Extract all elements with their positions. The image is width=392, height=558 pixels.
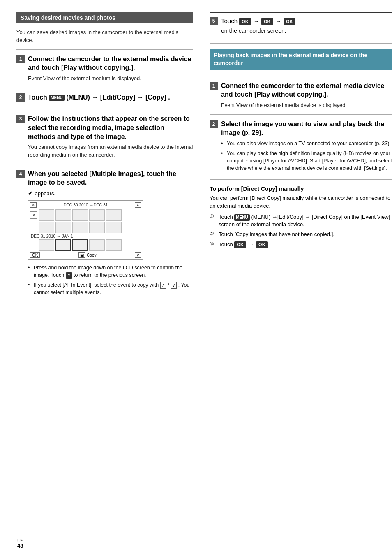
step-3-content: Follow the instructions that appear on t… [28,114,193,159]
x-badge: ✕ [66,272,72,279]
right-divider-3 [210,114,392,115]
substep-3-ok2: OK [256,241,268,248]
bullet-1: Press and hold the image down on the LCD… [28,264,193,279]
step-5-num: 5 [210,17,218,25]
grid-ok-btn[interactable]: OK [30,252,40,258]
bullet-2: If you select [All In Event], select the… [28,281,193,296]
substep-3: ③ Touch OK → OK . [210,241,392,249]
grid-down-btn[interactable]: ∨ [135,252,141,258]
step-4: 4 When you selected [Multiple Images], t… [16,169,193,299]
grid-copy-label: ▣ Copy [78,252,96,258]
right-step-1-content: Connect the camcorder to the external me… [221,81,392,109]
right-step-2: 2 Select the image you want to view and … [210,120,392,175]
thumb-7 [55,222,71,233]
substep-3-arrow: → [248,241,254,248]
right-section-title: Playing back images in the external medi… [210,49,392,70]
grid-row-nav-up: ∧ [30,209,141,221]
substep-1-num: ① [210,213,216,219]
step-4-bullets: Press and hold the image down on the LCD… [28,264,193,296]
thumb-11 [39,239,54,251]
substep-3-content: Touch OK → OK . [219,241,392,249]
divider-4 [16,164,193,164]
direct-copy-title: To perform [Direct Copy] manually [210,185,392,192]
nav-up-btn[interactable]: ∧ [30,211,37,219]
thumb-2 [55,209,71,221]
thumb-1 [39,209,54,221]
right-step-2-content: Select the image you want to view and pl… [221,120,392,175]
step-5-content: Touch OK → OK → OK on the camcorder scre… [221,16,392,38]
substep-1-content: Touch MENU (MENU) →[Edit/Copy] → [Direct… [219,213,392,228]
substep-2: ② Touch [Copy images that have not been … [210,231,392,238]
substep-1-touch: Touch [219,214,233,220]
thumb-15 [106,239,122,251]
substep-3-ok1: OK [234,241,246,248]
thumb-12 [55,239,71,251]
step-2-content: Touch MENU (MENU) → [Edit/Copy] → [Copy]… [28,93,193,104]
page: Saving desired movies and photos You can… [0,0,392,558]
step-5: 5 Touch OK → OK → OK on the camcorder sc… [210,16,392,38]
thumb-8 [72,222,88,233]
thumb-13 [72,239,88,251]
ok-btn-1: OK [239,18,251,25]
right-bullet-2: You can play back the high definition im… [221,150,392,172]
ok-btn-3: OK [284,18,295,25]
substep-3-period: . [269,241,271,248]
step-3-note: You cannot copy images from an external … [28,144,193,159]
menu-badge-1: MENU [49,95,64,101]
thumb-10 [106,222,122,233]
grid-bottombar: OK ▣ Copy ∨ [30,252,141,258]
divider-1 [16,49,193,50]
thumb-3 [72,209,88,221]
left-column: Saving desired movies and photos You can… [16,12,201,542]
checkmark-label: ✔ appears. [28,190,193,197]
divider-2 [16,88,193,88]
step-3-num: 3 [16,115,25,123]
grid-date-bottom: DEC 31 2010 → JAN 1 [30,234,141,238]
ok-btn-2: OK [261,18,273,25]
grid-rows: ∧ [30,209,141,233]
step-5-note: on the camcorder screen. [221,28,392,34]
step-2-title-suffix: (MENU) → [Edit/Copy] → [Copy] . [66,94,170,101]
divider-3 [16,109,193,109]
right-divider-2 [210,76,392,76]
substep-3-touch: Touch [219,241,233,248]
grid-up-btn[interactable]: ∧ [135,202,141,208]
left-intro: You can save desired images in the camco… [16,29,193,44]
step-3-title: Follow the instructions that appear on t… [28,114,193,141]
copy-icon: ▣ [78,252,85,258]
left-section-title: Saving desired movies and photos [16,12,193,23]
step-2: 2 Touch MENU (MENU) → [Edit/Copy] → [Cop… [16,93,193,104]
step-2-title: Touch MENU (MENU) → [Edit/Copy] → [Copy]… [28,93,193,102]
grid-row-2 [30,222,141,233]
step-1: 1 Connect the camcorder to the external … [16,55,193,83]
step-5-line: Touch OK → OK → OK [221,16,392,26]
arrow-1: → [254,18,259,24]
right-column: 5 Touch OK → OK → OK on the camcorder sc… [201,12,392,542]
right-step-2-bullets: You can also view images on a TV connect… [221,140,392,172]
substep-2-num: ② [210,231,216,236]
substep-1: ① Touch MENU (MENU) →[Edit/Copy] → [Dire… [210,213,392,228]
right-step-1-num: 1 [210,82,218,90]
up-nav-badge: ∧ [160,282,166,289]
right-step-2-title: Select the image you want to view and pl… [221,120,392,137]
right-step-1-title: Connect the camcorder to the external me… [221,81,392,99]
page-number: 48 [17,543,23,549]
right-step-1-note: Event View of the external media device … [221,102,392,109]
step-4-num: 4 [16,170,25,178]
step-5-touch: Touch [221,17,238,24]
right-step-2-num: 2 [210,120,218,128]
grid-close-btn[interactable]: ✕ [30,202,37,208]
step-2-touch-word: Touch [28,94,47,101]
direct-copy-intro: You can perform [Direct Copy] manually w… [210,194,392,210]
menu-badge-2: MENU [234,214,249,221]
grid-row-3 [30,239,141,251]
arrow-2: → [276,18,281,24]
step-3: 3 Follow the instructions that appear on… [16,114,193,159]
right-divider-1 [210,43,392,44]
step-1-num: 1 [16,55,25,63]
step-1-content: Connect the camcorder to the external me… [28,55,193,83]
grid-date-top: DEC 30 2010 →DEC 31 [64,203,108,207]
right-bullet-1: You can also view images on a TV connect… [221,140,392,147]
step-1-title: Connect the camcorder to the external me… [28,55,193,72]
checkmark-icon: ✔ [28,190,33,197]
